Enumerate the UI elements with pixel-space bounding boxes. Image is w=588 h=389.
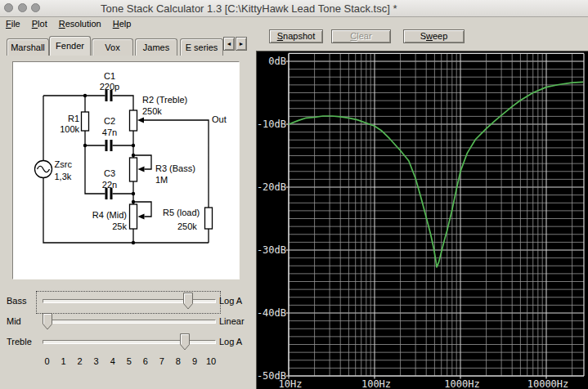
scale-tick-label: 3 — [94, 356, 99, 366]
label-zsrc-name: Zsrc — [55, 159, 73, 169]
label-r2-name: R2 (Treble) — [142, 95, 187, 105]
label-c3-name: C3 — [104, 168, 115, 178]
svg-text:10000Hz: 10000Hz — [527, 378, 569, 389]
label-r3-name: R3 (Bass) — [155, 163, 195, 173]
treble-slider-label: Treble — [7, 337, 39, 347]
r3-wiper-arrow — [138, 167, 145, 172]
label-c2-value: 47n — [102, 127, 117, 137]
tab-vox[interactable]: Vox — [92, 38, 133, 56]
mid-slider-label: Mid — [7, 316, 39, 326]
treble-taper-label: Log A — [219, 337, 254, 347]
treble-slider-thumb[interactable] — [180, 333, 190, 351]
window-title: Tone Stack Calculator 1.3 [C:\KittyHawk … — [101, 2, 397, 15]
clear-button[interactable]: Clear — [331, 29, 391, 43]
mid-taper-label: Linear — [219, 316, 254, 326]
tab-marshall[interactable]: Marshall — [7, 38, 49, 56]
label-c1-value: 220p — [100, 82, 119, 92]
menu-resolution[interactable]: Resolution — [53, 17, 107, 31]
scale-tick-label: 7 — [159, 356, 164, 366]
label-r3-value: 1M — [155, 175, 168, 185]
scale-tick-label: 2 — [78, 356, 83, 366]
resistor-r4 — [130, 204, 137, 229]
svg-text:-30dB: -30dB — [257, 244, 286, 256]
label-c2-name: C2 — [104, 116, 115, 126]
capacitor-c3 — [106, 188, 111, 199]
plot-canvas: 0dB-10dB-20dB-30dB-40dB-50dB10Hz100Hz100… — [257, 51, 588, 389]
label-out: Out — [212, 114, 227, 124]
resistor-r1 — [82, 112, 89, 131]
r4-wiper-arrow — [138, 214, 145, 220]
tab-e-series[interactable]: E series — [180, 38, 223, 56]
capacitor-c1 — [106, 90, 111, 101]
svg-text:10Hz: 10Hz — [279, 378, 303, 389]
label-r5-name: R5 (load) — [163, 208, 200, 217]
menu-help[interactable]: Help — [107, 17, 137, 31]
frequency-response-plot: 0dB-10dB-20dB-30dB-40dB-50dB10Hz100Hz100… — [256, 51, 588, 389]
scale-tick-label: 8 — [176, 356, 181, 366]
snapshot-button[interactable]: Snapshot — [269, 29, 323, 43]
scale-tick-label: 6 — [143, 356, 148, 366]
bass-slider-label: Bass — [7, 296, 39, 306]
titlebar: Tone Stack Calculator 1.3 [C:\KittyHawk … — [0, 0, 588, 17]
label-r4-value: 25k — [112, 221, 127, 231]
mid-slider-track[interactable] — [43, 320, 216, 324]
label-r2-value: 250k — [142, 106, 162, 116]
svg-text:1000Hz: 1000Hz — [444, 378, 479, 389]
menu-plot[interactable]: Plot — [26, 17, 53, 31]
response-curve — [289, 82, 583, 266]
label-r1-name: R1 — [68, 114, 79, 123]
resistor-r3 — [130, 158, 137, 181]
bass-taper-label: Log A — [219, 296, 254, 306]
scale-tick-label: 1 — [61, 356, 65, 366]
window-minimize-icon[interactable] — [18, 3, 27, 12]
capacitor-c2 — [106, 140, 111, 151]
label-r4-name: R4 (Mid) — [92, 210, 127, 220]
circuit-schematic: C1 220p R2 (Treble) 250k R1 100k C2 47n … — [13, 62, 239, 279]
tab-james[interactable]: James — [135, 38, 177, 56]
scale-tick-label: 10 — [206, 356, 216, 366]
window-zoom-icon[interactable] — [31, 3, 40, 12]
window-close-icon[interactable] — [4, 3, 13, 12]
label-zsrc-value: 1,3k — [55, 172, 72, 181]
svg-text:-20dB: -20dB — [257, 181, 286, 193]
tab-scroll-right-icon[interactable]: ► — [236, 37, 247, 51]
mid-slider-thumb[interactable] — [43, 313, 52, 330]
scale-tick-label: 0 — [44, 356, 49, 366]
label-r1-value: 100k — [60, 124, 79, 134]
scale-tick-label: 5 — [127, 356, 132, 366]
scale-tick-label: 4 — [110, 356, 115, 366]
svg-text:100Hz: 100Hz — [361, 378, 391, 389]
label-c1-name: C1 — [104, 71, 115, 81]
circuit-diagram-panel: C1 220p R2 (Treble) 250k R1 100k C2 47n … — [12, 61, 240, 279]
tab-scroll-left-icon[interactable]: ◄ — [223, 37, 235, 51]
menu-file[interactable]: File — [0, 17, 26, 31]
scale-tick-label: 9 — [192, 356, 197, 366]
menubar: File Plot Resolution Help — [0, 17, 137, 31]
app-window: Tone Stack Calculator 1.3 [C:\KittyHawk … — [0, 0, 588, 389]
tab-fender[interactable]: Fender — [49, 36, 91, 56]
resistor-r5 — [205, 208, 213, 229]
svg-text:0dB: 0dB — [268, 56, 286, 67]
r2-wiper-arrow — [137, 118, 144, 123]
resistor-r2 — [130, 110, 137, 131]
bass-slider-thumb[interactable] — [183, 293, 193, 310]
label-c3-value: 22n — [102, 180, 117, 190]
sweep-button[interactable]: Sweep — [403, 29, 465, 43]
label-r5-value: 250k — [177, 221, 197, 231]
svg-text:-40dB: -40dB — [257, 307, 286, 319]
svg-text:-10dB: -10dB — [257, 118, 286, 130]
